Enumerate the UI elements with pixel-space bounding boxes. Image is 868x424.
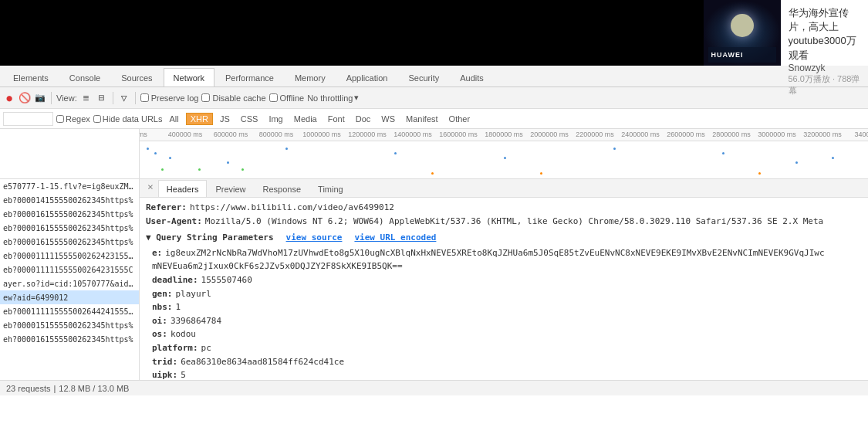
filter-font-btn[interactable]: Font (324, 114, 349, 124)
filter-xhr-btn[interactable]: XHR (186, 113, 213, 125)
ruler-tick-2: 600000 ms (214, 131, 248, 138)
hide-data-urls-checkbox[interactable]: Hide data URLs (93, 114, 163, 124)
timeline-left-panel (0, 129, 140, 178)
tab-memory[interactable]: Memory (285, 68, 336, 86)
detail-value: Mozilla/5.0 (Windows NT 6.2; WOW64) Appl… (205, 215, 823, 229)
request-item-10[interactable]: eb?0001111155550026442415555C (0, 304, 139, 318)
tab-console[interactable]: Console (59, 68, 110, 86)
query-params-section[interactable]: ▼ Query String Parametersview sourceview… (146, 231, 862, 245)
regex-input[interactable] (56, 115, 64, 123)
timeline-area: 0 ms400000 ms600000 ms800000 ms1000000 m… (0, 129, 868, 179)
waterfall-dot-4 (285, 148, 288, 150)
view-source-link[interactable]: view source (286, 231, 343, 245)
view-url-encoded-link[interactable]: view URL encoded (354, 231, 436, 245)
tab-audits[interactable]: Audits (450, 68, 494, 86)
preserve-log-checkbox[interactable]: Preserve log (140, 93, 199, 103)
camera-icon[interactable]: 📷 (34, 92, 46, 104)
filter-manifest-btn[interactable]: Manifest (402, 114, 442, 124)
param-value-2: 1555507460 (201, 273, 252, 287)
waterfall-dot-3 (227, 161, 229, 164)
tab-elements[interactable]: Elements (3, 68, 59, 86)
timeline-ruler: 0 ms400000 ms600000 ms800000 ms1000000 m… (140, 129, 868, 141)
video-moon-graphic (731, 14, 754, 37)
request-item-url-2: eb?0000141555500262345https% (3, 196, 133, 205)
filter-ws-btn[interactable]: WS (377, 114, 399, 124)
request-item-url-9: ew?aid=6499012 (3, 293, 68, 302)
request-list[interactable]: e570777-1-15.flv?e=ig8euxZM2reb?00001415… (0, 179, 140, 380)
ruler-tick-3: 800000 ms (259, 131, 294, 138)
preserve-log-input[interactable] (140, 93, 149, 102)
tab-application[interactable]: Application (336, 68, 398, 86)
hide-data-urls-input[interactable] (93, 115, 101, 123)
filter-img-btn[interactable]: Img (265, 114, 286, 124)
detail-tab-timing[interactable]: Timing (309, 180, 352, 197)
stop-recording-icon[interactable]: ● (3, 92, 15, 104)
tab-security[interactable]: Security (398, 68, 449, 86)
waterfall-dot-9 (795, 161, 798, 164)
offline-checkbox[interactable]: Offline (269, 93, 305, 103)
filter-js-btn[interactable]: JS (216, 114, 234, 124)
tab-performance[interactable]: Performance (215, 68, 284, 86)
request-item-5[interactable]: eb?0000161555500262345https% (0, 235, 139, 249)
filter-all-btn[interactable]: All (165, 114, 182, 124)
param-value-7: pc (201, 341, 211, 355)
ruler-tick-14: 3000000 ms (758, 131, 796, 138)
waterfall-dot-15 (540, 172, 542, 175)
disable-cache-checkbox[interactable]: Disable cache (201, 93, 265, 103)
filter-doc-btn[interactable]: Doc (352, 114, 375, 124)
waterfall-dot-0 (147, 148, 149, 150)
request-item-12[interactable]: eh?0000161555500262345https% (0, 332, 139, 346)
ruler-tick-6: 1400000 ms (393, 131, 432, 138)
regex-checkbox[interactable]: Regex (56, 114, 90, 124)
param-key-4: nbs: (152, 300, 173, 314)
request-item-3[interactable]: eb?0000161555500262345https% (0, 207, 139, 221)
ruler-tick-8: 1800000 ms (485, 131, 523, 138)
request-item-url-10: eb?0001111155550026442415555C (3, 307, 136, 316)
ruler-tick-0: 0 ms (140, 131, 147, 138)
detail-tab-headers[interactable]: Headers (158, 180, 208, 197)
param-value-6: kodou (171, 327, 196, 341)
toolbar-sep-1 (51, 92, 52, 104)
request-item-7[interactable]: eb?000011111555500264231555C (0, 263, 139, 276)
list-view-icon[interactable]: ≡ (80, 92, 93, 104)
tab-sources[interactable]: Sources (111, 68, 162, 86)
param-key-5: oi: (152, 314, 167, 328)
param-row-0: e:ig8euxZM2rNcNbRa7WdVhoM17zUVhwdEto8g5X… (146, 246, 862, 260)
filter-media-btn[interactable]: Media (290, 114, 321, 124)
ruler-tick-9: 2000000 ms (530, 131, 569, 138)
detail-tab-preview[interactable]: Preview (207, 180, 254, 197)
clear-icon[interactable]: 🚫 (19, 92, 31, 104)
filter-input[interactable] (3, 112, 53, 126)
param-key-6: os: (152, 327, 167, 341)
request-item-4[interactable]: eb?0000161555500262345https% (0, 221, 139, 235)
detail-row-referer: Referer: https://www.bilibili.com/video/… (146, 201, 862, 215)
tab-network[interactable]: Network (164, 68, 214, 86)
filter-other-btn[interactable]: Other (445, 114, 475, 124)
request-item-8[interactable]: ayer.so?id=cid:10570777&aid=6 (0, 276, 139, 290)
ruler-tick-15: 3200000 ms (803, 131, 842, 138)
filter-toggle-icon[interactable]: ▽ (118, 92, 130, 104)
detail-tab-response[interactable]: Response (255, 180, 310, 197)
video-thumbnail: HUAWEI (704, 0, 781, 66)
request-item-6[interactable]: eb?000011111555500262423155550 (0, 249, 139, 263)
param-row-4: nbs:1 (146, 300, 862, 314)
request-item-2[interactable]: eb?0000141555500262345https% (0, 193, 139, 207)
ruler-tick-13: 2800000 ms (712, 131, 751, 138)
request-item-9[interactable]: ew?aid=6499012 (0, 290, 139, 304)
offline-input[interactable] (269, 93, 278, 102)
status-separator: | (53, 384, 56, 393)
detail-tabs-container: × Headers Preview Response Timing (140, 179, 868, 198)
request-item-11[interactable]: eb?0000151555500262345https% (0, 318, 139, 332)
throttling-dropdown[interactable]: No throttling ▾ (307, 93, 359, 103)
video-stats: 56.0万播放 · 788弹幕 (789, 73, 861, 97)
disable-cache-input[interactable] (201, 93, 210, 102)
param-value-9: 5 (181, 368, 186, 380)
detail-close-btn[interactable]: × (143, 179, 158, 197)
grid-view-icon[interactable]: ⊟ (96, 92, 108, 104)
filter-css-btn[interactable]: CSS (237, 114, 262, 124)
main-content: e570777-1-15.flv?e=ig8euxZM2reb?00001415… (0, 179, 868, 380)
request-item-url-12: eh?0000161555500262345https% (3, 335, 133, 344)
param-row-2: deadline:1555507460 (146, 273, 862, 287)
request-item-1[interactable]: e570777-1-15.flv?e=ig8euxZM2r (0, 179, 139, 193)
request-item-url-6: eb?000011111555500262423155550 (3, 252, 136, 260)
